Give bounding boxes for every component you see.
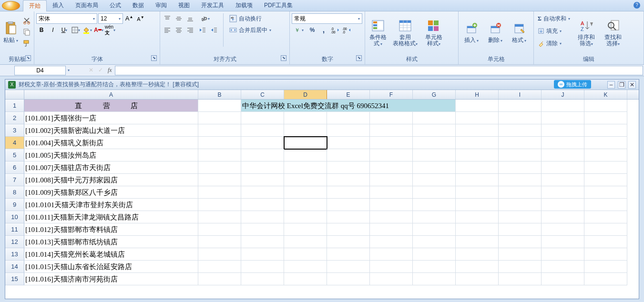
cell-C5[interactable]	[241, 149, 284, 161]
upload-badge[interactable]: ∞拖拽上传	[554, 80, 591, 89]
cell-G8[interactable]	[413, 186, 456, 199]
cell-C7[interactable]	[241, 174, 284, 186]
row-header[interactable]: 4	[5, 137, 24, 149]
cell-D5[interactable]	[284, 149, 327, 161]
decrease-decimal-button[interactable]: .00.0	[341, 25, 352, 35]
cell-E14[interactable]	[327, 261, 370, 273]
cell-H9[interactable]	[456, 199, 499, 211]
phonetic-button[interactable]: wén文▾	[105, 25, 115, 35]
row-header[interactable]: 3	[5, 124, 24, 137]
increase-indent-button[interactable]	[209, 25, 219, 35]
fx-icon[interactable]: fx	[108, 67, 112, 74]
cell-E8[interactable]	[327, 186, 370, 199]
tab-开始[interactable]: 开始	[23, 0, 47, 11]
orientation-button[interactable]: ab▾	[197, 13, 213, 24]
align-right-button[interactable]	[185, 25, 195, 35]
cell-K10[interactable]	[584, 211, 627, 223]
cell-G13[interactable]	[413, 248, 456, 261]
row-header[interactable]: 6	[5, 161, 24, 174]
cell-G7[interactable]	[413, 174, 456, 186]
align-top-button[interactable]	[162, 13, 173, 24]
cell-D9[interactable]	[284, 199, 327, 211]
cell-styles-button[interactable]: 单元格 样式▾	[421, 13, 446, 51]
cell-G2[interactable]	[413, 112, 456, 124]
cell-F3[interactable]	[370, 124, 413, 137]
sort-filter-button[interactable]: AZ排序和 筛选▾	[574, 13, 599, 51]
cell-B11[interactable]	[198, 223, 241, 236]
cell-F9[interactable]	[370, 199, 413, 211]
cell-G10[interactable]	[413, 211, 456, 223]
cell-B10[interactable]	[198, 211, 241, 223]
cell-F5[interactable]	[370, 149, 413, 161]
cell-K8[interactable]	[584, 186, 627, 199]
cell-J6[interactable]	[542, 161, 584, 174]
cell-D12[interactable]	[284, 236, 327, 248]
cell-E6[interactable]	[327, 161, 370, 174]
cell-C4[interactable]	[241, 137, 284, 149]
row-header[interactable]: 1	[5, 100, 24, 112]
row-header[interactable]: 14	[5, 261, 24, 273]
shrink-font-button[interactable]: A▼	[135, 13, 146, 24]
conditional-format-button[interactable]: 条件格式 ▾	[367, 13, 389, 51]
cell-E15[interactable]	[327, 273, 370, 285]
cell-C6[interactable]	[241, 161, 284, 174]
cell-K4[interactable]	[584, 137, 627, 149]
delete-cells-button[interactable]: 删除 ▾	[484, 13, 506, 51]
align-left-button[interactable]	[162, 25, 173, 35]
accounting-format-button[interactable]: ￥▾	[292, 25, 306, 35]
col-header-F[interactable]: F	[370, 90, 413, 99]
border-button[interactable]: ▾	[71, 25, 81, 35]
cell-J9[interactable]	[542, 199, 584, 211]
cell[interactable]	[456, 100, 499, 112]
help-icon[interactable]: ?	[634, 2, 640, 9]
cell-J15[interactable]	[542, 273, 584, 285]
cell-C2[interactable]	[241, 112, 284, 124]
row-header[interactable]: 13	[5, 248, 24, 261]
cell-C12[interactable]	[241, 236, 284, 248]
cell-J10[interactable]	[542, 211, 584, 223]
header-merged[interactable]: 中华会计网校 Excel免费交流群 qq号 690652341	[241, 100, 456, 112]
data-cell-A10[interactable]: [101.011]天猫新天津龙湖镇文昌路店	[24, 211, 198, 223]
cell-D14[interactable]	[284, 261, 327, 273]
spreadsheet-grid[interactable]: ABCDEFGHIJK 1直 营 店中华会计网校 Excel免费交流群 qq号 …	[5, 90, 639, 299]
cut-button[interactable]	[21, 15, 32, 26]
cell-B14[interactable]	[198, 261, 241, 273]
cell-B7[interactable]	[198, 174, 241, 186]
row-header[interactable]: 11	[5, 223, 24, 236]
tab-数据[interactable]: 数据	[127, 0, 150, 11]
cell-K13[interactable]	[584, 248, 627, 261]
cell-J12[interactable]	[542, 236, 584, 248]
data-cell-A5[interactable]: [101.005]天猫汝州岛店	[24, 149, 198, 161]
cell-B8[interactable]	[198, 186, 241, 199]
font-color-button[interactable]: A▾	[93, 25, 104, 35]
cell-B2[interactable]	[198, 112, 241, 124]
cell-K5[interactable]	[584, 149, 627, 161]
number-format-combo[interactable]: 常规▾	[292, 13, 362, 24]
cell-I12[interactable]	[499, 236, 542, 248]
col-header-D[interactable]: D	[284, 90, 327, 99]
cell-I8[interactable]	[499, 186, 542, 199]
cell-G12[interactable]	[413, 236, 456, 248]
tab-审阅[interactable]: 审阅	[150, 0, 173, 11]
cell-I11[interactable]	[499, 223, 542, 236]
cell-J11[interactable]	[542, 223, 584, 236]
tab-插入[interactable]: 插入	[47, 0, 70, 11]
cell-D10[interactable]	[284, 211, 327, 223]
cell-G15[interactable]	[413, 273, 456, 285]
cell-H5[interactable]	[456, 149, 499, 161]
tab-公式[interactable]: 公式	[104, 0, 127, 11]
col-header-H[interactable]: H	[456, 90, 499, 99]
cell[interactable]	[584, 100, 627, 112]
cell-H10[interactable]	[456, 211, 499, 223]
tab-开发工具[interactable]: 开发工具	[195, 0, 230, 11]
cell-H3[interactable]	[456, 124, 499, 137]
col-header-C[interactable]: C	[241, 90, 284, 99]
col-header-I[interactable]: I	[499, 90, 542, 99]
row-header[interactable]: 5	[5, 149, 24, 161]
align-launcher-icon[interactable]: ⬊	[281, 55, 286, 61]
cell-C8[interactable]	[241, 186, 284, 199]
format-table-button[interactable]: 套用 表格格式▾	[391, 13, 419, 51]
comma-button[interactable]: ,	[318, 25, 329, 35]
cell-F6[interactable]	[370, 161, 413, 174]
row-header[interactable]: 15	[5, 273, 24, 285]
